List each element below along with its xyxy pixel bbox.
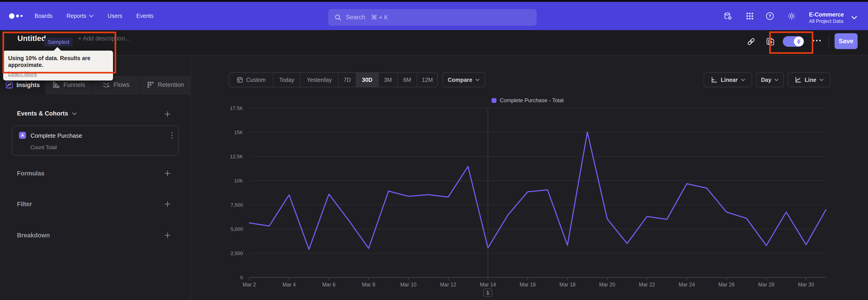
- chart-type-label: Line: [805, 77, 816, 83]
- nav-label: Events: [136, 13, 153, 19]
- event-options-kebab-icon[interactable]: [171, 132, 173, 138]
- main-nav: Boards Reports Users Events: [35, 2, 154, 30]
- chart-type-dropdown[interactable]: Line: [788, 72, 831, 87]
- range-30d[interactable]: 30D: [356, 73, 378, 87]
- search-shortcut: ⌘ + K: [371, 14, 388, 21]
- range-label: 6M: [403, 77, 411, 83]
- more-options-button[interactable]: [813, 40, 821, 41]
- window-top-strip: [0, 0, 868, 2]
- add-to-board-icon[interactable]: [765, 37, 775, 47]
- report-header: [0, 30, 868, 56]
- nav-label: Reports: [66, 13, 86, 19]
- project-scope: All Project Data: [809, 18, 844, 24]
- range-label: 12M: [422, 77, 433, 83]
- chevron-down-icon: [774, 79, 779, 81]
- interval-label: Day: [761, 77, 772, 83]
- nav-item-reports[interactable]: Reports: [66, 13, 94, 19]
- help-icon[interactable]: ?: [765, 11, 775, 21]
- chevron-down-icon[interactable]: [851, 16, 857, 20]
- range-7d[interactable]: 7D: [338, 73, 356, 87]
- add-event-button[interactable]: [163, 110, 172, 118]
- chart-legend[interactable]: Complete Purchase - Total: [492, 97, 563, 103]
- range-label: 30D: [362, 77, 373, 83]
- project-switcher[interactable]: E-Commerce All Project Data: [809, 11, 844, 24]
- tab-label: Insights: [17, 82, 40, 89]
- section-breakdown: Breakdown: [17, 232, 50, 239]
- interval-dropdown[interactable]: Day: [756, 72, 784, 87]
- nav-item-events[interactable]: Events: [136, 13, 153, 19]
- nav-label: Users: [107, 13, 122, 19]
- settings-gear-icon[interactable]: [786, 11, 797, 21]
- range-custom[interactable]: Custom: [229, 73, 273, 87]
- tab-label: Funnels: [63, 81, 85, 88]
- chart-page-button[interactable]: 1: [483, 289, 493, 297]
- search-input[interactable]: Search⌘ + K: [328, 9, 537, 26]
- data-management-icon[interactable]: [723, 11, 733, 21]
- range-label: Today: [279, 77, 294, 83]
- bolt-icon: [794, 37, 804, 46]
- range-6m[interactable]: 6M: [397, 73, 417, 87]
- funnels-icon: [52, 81, 60, 89]
- top-navbar: Boards Reports Users Events Search⌘ + K …: [0, 2, 868, 30]
- sampling-tooltip: Using 10% of data. Results are approxima…: [3, 51, 113, 81]
- tab-label: Retention: [158, 81, 184, 88]
- section-filter: Filter: [17, 201, 32, 208]
- chevron-down-icon: [475, 79, 480, 81]
- events-cohorts-header[interactable]: Events & Cohorts: [17, 110, 77, 117]
- project-name: E-Commerce: [809, 11, 844, 18]
- insights-icon: [5, 81, 13, 89]
- apps-grid-icon[interactable]: [745, 11, 755, 21]
- flows-icon: [102, 81, 110, 89]
- report-title[interactable]: Untitled: [18, 34, 46, 43]
- add-breakdown-button[interactable]: [163, 231, 172, 239]
- divider: [829, 34, 829, 48]
- date-range-control: Custom Today Yesterday 7D 30D 3M 6M 12M: [228, 72, 438, 87]
- compare-dropdown[interactable]: Compare: [442, 72, 485, 87]
- range-label: Yesterday: [307, 77, 332, 83]
- event-name: Complete Purchase: [31, 132, 82, 139]
- nav-item-users[interactable]: Users: [107, 13, 122, 19]
- add-description-button[interactable]: + Add description...: [78, 35, 130, 42]
- mixpanel-logo-icon[interactable]: [9, 2, 23, 30]
- legend-swatch: [492, 98, 496, 103]
- save-button[interactable]: Save: [835, 33, 858, 49]
- retention-icon: [147, 81, 154, 89]
- legend-label: Complete Purchase - Total: [500, 97, 563, 103]
- copy-link-icon[interactable]: [746, 37, 756, 47]
- learn-more-link[interactable]: Learn More: [8, 70, 37, 77]
- chevron-down-icon: [72, 112, 77, 115]
- search-icon: [335, 14, 341, 21]
- mixpanel-insights-app: 02,5005,0007,50010K12.5K15K17.5KMar 2Mar…: [0, 0, 868, 300]
- section-label: Events & Cohorts: [17, 110, 68, 117]
- chevron-down-icon: [819, 79, 824, 81]
- range-label: 3M: [384, 77, 392, 83]
- range-today[interactable]: Today: [273, 73, 300, 87]
- section-formulas: Formulas: [17, 170, 44, 177]
- chevron-down-icon: [741, 79, 745, 81]
- nav-item-boards[interactable]: Boards: [35, 13, 53, 19]
- range-3m[interactable]: 3M: [378, 73, 397, 87]
- tab-retention[interactable]: Retention: [139, 76, 191, 94]
- range-12m[interactable]: 12M: [417, 73, 437, 87]
- add-filter-button[interactable]: [163, 200, 172, 208]
- event-letter-badge: A: [19, 132, 26, 139]
- linear-axis-icon: [710, 76, 718, 83]
- tab-label: Flows: [114, 81, 129, 88]
- scale-label: Linear: [721, 77, 738, 83]
- scale-dropdown[interactable]: Linear: [704, 72, 752, 87]
- sampling-toggle[interactable]: [783, 36, 804, 47]
- range-label: 7D: [344, 77, 351, 83]
- sampled-badge[interactable]: Sampled: [44, 38, 72, 46]
- nav-label: Boards: [35, 13, 53, 19]
- chevron-down-icon: [89, 15, 94, 18]
- compare-label: Compare: [448, 77, 472, 83]
- search-placeholder: Search: [346, 14, 365, 21]
- event-row-complete-purchase[interactable]: A Complete Purchase Count Total: [12, 125, 179, 155]
- calendar-icon: [237, 77, 243, 83]
- svg-text:?: ?: [769, 13, 771, 19]
- add-formula-button[interactable]: [163, 169, 172, 177]
- event-metric[interactable]: Count Total: [31, 145, 57, 151]
- range-yesterday[interactable]: Yesterday: [300, 73, 338, 87]
- tooltip-text: Using 10% of data. Results are approxima…: [8, 55, 108, 68]
- line-chart-icon: [795, 76, 802, 83]
